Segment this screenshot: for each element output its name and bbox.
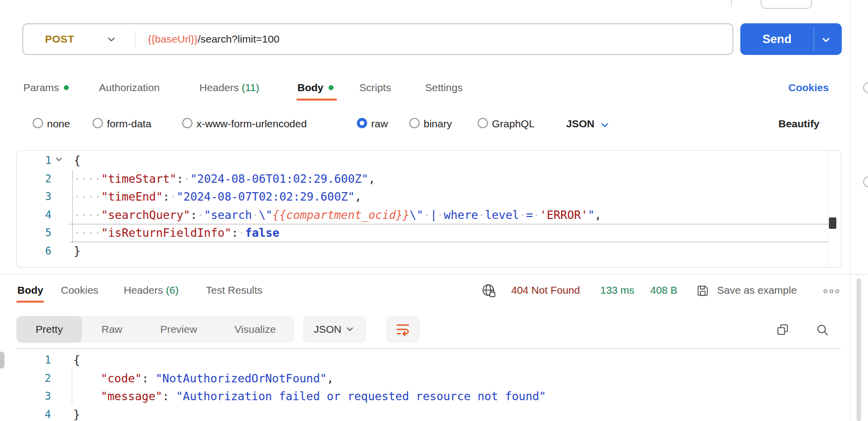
code-text: "message": "Authorization failed or requ… [73,387,546,406]
code-text: { [73,351,80,369]
response-language-dropdown[interactable]: JSON [303,316,366,343]
radio-none[interactable] [33,118,43,128]
response-body-editor[interactable]: 1{2 "code": "NotAuthorizedOrNotFound",3 … [16,348,841,421]
beautify-link[interactable]: Beautify [778,117,820,131]
line-number: 5 [17,224,51,242]
tab-params[interactable]: Params [23,77,69,98]
tab-body[interactable]: Body [297,77,334,98]
code-text: ····"searchQuery":·"search·\"{{compartme… [74,206,601,224]
right-sidebar-button-partial[interactable] [863,176,868,187]
response-size[interactable]: 408 B [650,280,677,300]
send-options-chevron-down-icon[interactable] [821,35,831,47]
radio-graphql-label[interactable]: GraphQL [492,117,534,131]
line-number: 1 [16,351,51,369]
save-floppy-icon[interactable] [696,284,710,300]
tab-authorization[interactable]: Authorization [99,77,160,98]
view-preview[interactable]: Preview [142,316,216,343]
code-text: } [73,406,80,421]
view-raw[interactable]: Raw [82,316,142,343]
app-window: POST {{baseUrl}}/search?limit=100 Send P… [0,0,868,421]
editor-scrollbar-track [828,151,828,267]
chevron-down-icon [345,325,354,336]
code-line[interactable]: 3 "message": "Authorization failed or re… [16,387,841,406]
headers-count: (11) [241,82,259,93]
response-tab-headers[interactable]: Headers (6) [124,280,179,300]
request-response-divider [0,274,868,275]
copy-response-icon[interactable] [776,323,789,338]
code-line[interactable]: 1{ [16,351,841,369]
radio-graphql[interactable] [478,118,488,128]
code-line[interactable]: 6} [17,242,841,261]
radio-none-label[interactable]: none [47,117,70,131]
response-headers-count: (6) [166,284,179,296]
line-number: 6 [17,242,51,261]
code-line[interactable]: 4} [16,406,841,421]
line-number: 4 [16,406,51,421]
code-line[interactable]: 1{ [17,152,841,170]
status-badge[interactable]: 404 Not Found [511,280,580,300]
vertical-scrollbar[interactable] [857,278,861,421]
params-indicator-dot [64,85,69,90]
code-line[interactable]: 2····"timeStart":·"2024-08-06T01:02:29.6… [17,170,841,188]
url-bar-divider [135,31,136,48]
cookies-link[interactable]: Cookies [788,77,829,98]
request-tabs: Params Authorization Headers (11) Body S… [0,77,868,98]
response-tab-cookies[interactable]: Cookies [61,280,98,300]
code-line[interactable]: 2 "code": "NotAuthorizedOrNotFound", [16,369,841,388]
save-as-example-button[interactable]: Save as example [717,280,797,300]
response-active-tab-underline [16,301,44,303]
line-number: 3 [17,188,51,206]
editor-scrollbar-thumb[interactable] [829,217,836,229]
request-url-bar: POST {{baseUrl}}/search?limit=100 [22,23,733,55]
send-button[interactable]: Send [740,23,842,55]
url-input[interactable]: {{baseUrl}}/search?limit=100 [148,24,280,54]
view-visualize[interactable]: Visualize [216,316,294,343]
radio-raw-label[interactable]: raw [371,117,388,131]
radio-x-www-form-urlencoded[interactable] [182,118,193,128]
response-time[interactable]: 133 ms [600,280,634,300]
response-tab-test-results[interactable]: Test Results [206,280,262,300]
radio-binary[interactable] [409,118,420,128]
tab-settings[interactable]: Settings [425,77,463,98]
request-language-dropdown[interactable]: JSON [566,117,594,131]
code-line[interactable]: 4····"searchQuery":·"search·\"{{compartm… [17,206,841,224]
code-text: } [74,242,81,261]
radio-binary-label[interactable]: binary [424,117,452,131]
response-tab-body[interactable]: Body [17,280,44,300]
network-globe-lock-icon[interactable] [481,283,497,301]
wrap-text-button[interactable] [386,316,420,343]
method-selector[interactable]: POST [45,24,74,54]
response-language-label: JSON [314,316,341,343]
radio-raw-selected[interactable] [357,118,367,128]
code-line[interactable]: 5····"isReturnFieldInfo":·false [17,224,841,242]
wrap-text-icon [395,322,410,339]
tab-scripts[interactable]: Scripts [359,77,391,98]
tab-headers[interactable]: Headers (11) [199,77,259,98]
response-view-switcher: Pretty Raw Preview Visualize [16,316,294,343]
code-text: ····"isReturnFieldInfo":·false [74,224,279,242]
radio-x-www-form-urlencoded-label[interactable]: x-www-form-urlencoded [196,117,307,131]
code-line[interactable]: 3····"timeEnd":·"2024-08-07T02:02:29.600… [17,188,841,206]
top-toolbar-partial-button[interactable] [761,0,812,9]
line-number: 2 [16,369,51,388]
view-pretty[interactable]: Pretty [16,316,82,343]
active-tab-underline [296,99,337,101]
radio-form-data[interactable] [93,118,103,128]
more-actions-icon[interactable] [822,287,840,296]
search-response-icon[interactable] [816,323,829,339]
url-path: /search?limit=100 [197,33,279,45]
right-sidebar-divider [850,0,851,421]
language-chevron-down-icon[interactable] [600,120,610,132]
line-number: 2 [17,170,51,188]
code-text: ····"timeStart":·"2024-08-06T01:02:29.60… [74,170,375,188]
url-variable: {{baseUrl}} [148,33,197,45]
radio-form-data-label[interactable]: form-data [107,117,151,131]
code-text: "code": "NotAuthorizedOrNotFound", [73,369,334,388]
chevron-down-icon[interactable] [106,35,116,47]
code-text: { [74,152,81,170]
send-button-label: Send [740,23,814,55]
left-edge-drag-handle[interactable] [0,352,4,368]
send-button-divider [814,27,814,51]
body-indicator-dot [329,85,334,90]
request-body-editor[interactable]: 1{2····"timeStart":·"2024-08-06T01:02:29… [16,150,841,268]
